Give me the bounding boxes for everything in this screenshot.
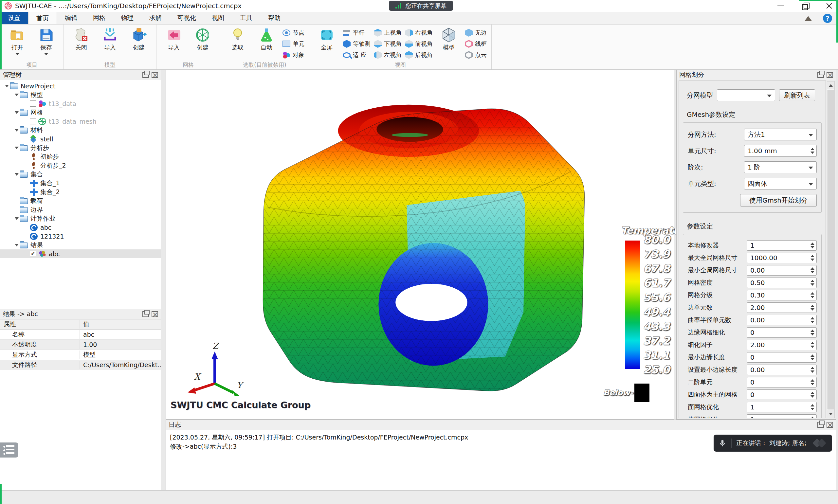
- element-size-value[interactable]: 1.00 mm: [744, 147, 808, 155]
- spinner-arrows[interactable]: [808, 340, 816, 350]
- ribbon-button-fit[interactable]: 适 应: [343, 50, 371, 60]
- tree-item-mesh-folder[interactable]: 网格: [0, 108, 161, 117]
- scroll-down-icon[interactable]: [827, 410, 834, 418]
- spinner-arrows[interactable]: [808, 303, 816, 312]
- panel-close-icon[interactable]: ×: [151, 311, 158, 317]
- param-value[interactable]: 0: [747, 391, 808, 399]
- panel-float-icon[interactable]: [817, 72, 824, 78]
- param-value[interactable]: 0.00: [747, 266, 808, 274]
- param-input[interactable]: 0.00: [747, 364, 817, 375]
- ribbon-button-isometric[interactable]: 等轴测: [343, 39, 371, 49]
- side-list-button[interactable]: [0, 443, 18, 457]
- tree-item-material-folder[interactable]: 材料: [0, 126, 161, 134]
- ribbon-button-back-view[interactable]: 后视角: [405, 50, 433, 60]
- ribbon-button-no-edge[interactable]: 无边: [465, 28, 487, 38]
- help-icon[interactable]: ?: [823, 14, 832, 23]
- property-value[interactable]: abc: [80, 331, 161, 338]
- tree-item-job-121321[interactable]: 121321: [0, 232, 161, 240]
- spinner-arrows[interactable]: [808, 328, 816, 338]
- ribbon-button-mesh-create[interactable]: 创建: [190, 26, 215, 51]
- param-input[interactable]: 2.00: [747, 302, 817, 313]
- tree-item-step-folder[interactable]: 分析步: [0, 143, 161, 152]
- ribbon-button-auto[interactable]: 自动: [254, 26, 279, 51]
- panel-float-icon[interactable]: [142, 72, 149, 78]
- param-value[interactable]: 0.30: [747, 291, 808, 299]
- menu-tab-edit[interactable]: 编辑: [57, 12, 85, 24]
- panel-float-icon[interactable]: [142, 311, 149, 317]
- param-input[interactable]: 0: [747, 352, 817, 363]
- param-input[interactable]: 1: [747, 402, 817, 412]
- param-input[interactable]: 1: [747, 240, 817, 251]
- param-value[interactable]: 1000.00: [747, 254, 808, 262]
- param-input[interactable]: 0: [747, 377, 817, 388]
- tree-item-model-folder[interactable]: 模型: [0, 90, 161, 99]
- expander-icon[interactable]: [4, 85, 10, 87]
- tree-item-set-folder[interactable]: 集合: [0, 170, 161, 179]
- param-input[interactable]: 0: [747, 390, 817, 400]
- spinner-arrows[interactable]: [808, 266, 816, 275]
- visibility-checkbox[interactable]: [30, 118, 36, 124]
- ribbon-button-object[interactable]: 对象: [283, 50, 304, 60]
- expander-icon[interactable]: [14, 147, 20, 149]
- screen-share-banner[interactable]: 您正在共享屏幕: [389, 1, 453, 11]
- param-value[interactable]: 1: [747, 241, 808, 249]
- element-size-input[interactable]: 1.00 mm: [744, 145, 817, 157]
- tree-item-set-1[interactable]: 集合_1: [0, 179, 161, 187]
- spinner-arrows[interactable]: [808, 353, 816, 362]
- property-value[interactable]: C:/Users/TomKing/Deskt...: [80, 361, 161, 368]
- tree-item-newproject[interactable]: NewProject: [0, 82, 161, 90]
- tree-item-step-2[interactable]: 分析步_2: [0, 161, 161, 170]
- ribbon-button-close-model[interactable]: 关闭: [68, 26, 94, 51]
- expander-icon[interactable]: [14, 129, 20, 131]
- spinner-arrows[interactable]: [808, 278, 816, 288]
- spinner-arrows[interactable]: [808, 315, 816, 325]
- param-value[interactable]: 1: [747, 416, 808, 418]
- param-input[interactable]: 0: [747, 327, 817, 338]
- param-value[interactable]: 0: [747, 378, 808, 386]
- spinner-arrows[interactable]: [808, 365, 816, 375]
- mesh-panel-scrollbar[interactable]: [827, 81, 835, 418]
- ribbon-button-save[interactable]: 保存: [33, 26, 59, 55]
- tree-item-set-2[interactable]: 集合_2: [0, 187, 161, 196]
- ribbon-button-node[interactable]: 节点: [283, 28, 304, 38]
- param-input[interactable]: 1000.00: [747, 253, 817, 263]
- start-gmsh-button[interactable]: 使用Gmsh开始划分: [740, 194, 817, 206]
- expander-icon[interactable]: [14, 111, 20, 114]
- method-select[interactable]: 方法1: [744, 129, 817, 140]
- ribbon-button-top-view[interactable]: 上视角: [374, 28, 402, 38]
- menu-tab-home[interactable]: 首页: [28, 12, 57, 24]
- ribbon-button-right-view[interactable]: 右视角: [405, 28, 433, 38]
- menu-tab-physics[interactable]: 物理: [113, 12, 141, 24]
- scrollbar-thumb[interactable]: [827, 90, 834, 410]
- menu-tab-tools[interactable]: 工具: [232, 12, 260, 24]
- tree-item-initial-step[interactable]: 初始步: [0, 152, 161, 161]
- panel-close-icon[interactable]: ×: [826, 422, 833, 428]
- expander-icon[interactable]: [14, 244, 20, 247]
- param-value[interactable]: 2.00: [747, 304, 808, 311]
- menu-tab-solve[interactable]: 求解: [141, 12, 170, 24]
- order-select[interactable]: 1 阶: [744, 161, 817, 173]
- restore-button[interactable]: [801, 2, 809, 10]
- tree-item-boundary-folder[interactable]: 边界: [0, 205, 161, 214]
- tree-item-result-abc[interactable]: ✔abc: [0, 249, 161, 258]
- param-value[interactable]: 1: [747, 403, 808, 411]
- ribbon-button-mesh-import[interactable]: 导入: [161, 26, 186, 51]
- ribbon-button-model-create[interactable]: 创建: [126, 26, 151, 51]
- property-value[interactable]: 1.00: [80, 341, 161, 348]
- scroll-up-icon[interactable]: [827, 82, 834, 89]
- ribbon-button-bottom-view[interactable]: 下视角: [374, 39, 402, 49]
- ribbon-button-open[interactable]: 打开: [4, 26, 30, 55]
- tree-item-result-folder[interactable]: 结果: [0, 240, 161, 249]
- spinner-arrows[interactable]: [808, 253, 816, 263]
- param-value[interactable]: 0.50: [747, 279, 808, 287]
- tree-item-load-folder[interactable]: 载荷: [0, 196, 161, 205]
- spinner-arrows[interactable]: [808, 290, 816, 300]
- ribbon-button-point-cloud[interactable]: 点云: [465, 50, 487, 60]
- spinner-arrows[interactable]: [808, 402, 816, 412]
- visibility-checkbox[interactable]: [30, 101, 36, 107]
- refresh-list-button[interactable]: 刷新列表: [779, 89, 815, 101]
- expander-icon[interactable]: [14, 217, 20, 220]
- tree-item-job-abc[interactable]: abc: [0, 223, 161, 232]
- param-value[interactable]: 0.00: [747, 366, 808, 374]
- panel-float-icon[interactable]: [817, 422, 824, 428]
